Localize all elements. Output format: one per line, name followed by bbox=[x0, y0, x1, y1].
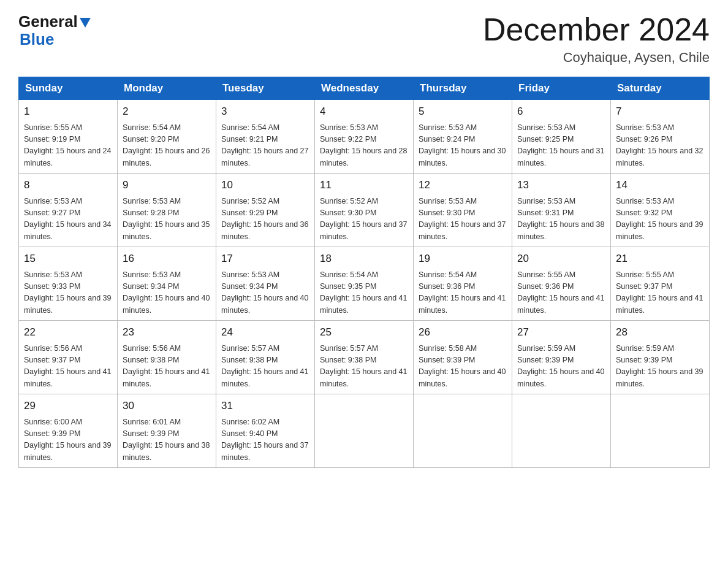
day-number: 11 bbox=[320, 177, 408, 193]
day-number: 25 bbox=[320, 324, 408, 340]
day-number: 30 bbox=[123, 398, 211, 414]
day-info: Sunrise: 5:53 AMSunset: 9:27 PMDaylight:… bbox=[24, 196, 112, 243]
calendar-table: SundayMondayTuesdayWednesdayThursdayFrid… bbox=[18, 77, 710, 468]
calendar-cell: 11Sunrise: 5:52 AMSunset: 9:30 PMDayligh… bbox=[315, 174, 414, 247]
day-info: Sunrise: 5:53 AMSunset: 9:33 PMDaylight:… bbox=[24, 269, 112, 317]
month-title: December 2024 bbox=[483, 12, 710, 47]
day-number: 12 bbox=[419, 177, 507, 193]
day-number: 24 bbox=[221, 324, 309, 340]
calendar-cell: 10Sunrise: 5:52 AMSunset: 9:29 PMDayligh… bbox=[216, 174, 315, 247]
day-number: 14 bbox=[616, 177, 704, 193]
title-block: December 2024 Coyhaique, Aysen, Chile bbox=[483, 12, 710, 66]
header-thursday: Thursday bbox=[414, 77, 512, 100]
day-number: 1 bbox=[24, 104, 112, 120]
week-row-1: 1Sunrise: 5:55 AMSunset: 9:19 PMDaylight… bbox=[19, 100, 710, 174]
calendar-cell: 23Sunrise: 5:56 AMSunset: 9:38 PMDayligh… bbox=[118, 321, 216, 394]
calendar-cell: 12Sunrise: 5:53 AMSunset: 9:30 PMDayligh… bbox=[414, 174, 512, 247]
day-info: Sunrise: 5:53 AMSunset: 9:24 PMDaylight:… bbox=[419, 122, 507, 170]
calendar-cell: 20Sunrise: 5:55 AMSunset: 9:36 PMDayligh… bbox=[512, 247, 611, 321]
day-info: Sunrise: 5:52 AMSunset: 9:30 PMDaylight:… bbox=[320, 196, 408, 243]
calendar-cell bbox=[611, 394, 710, 468]
day-number: 27 bbox=[517, 324, 605, 340]
calendar-cell bbox=[512, 394, 611, 468]
day-info: Sunrise: 5:54 AMSunset: 9:36 PMDaylight:… bbox=[419, 269, 507, 317]
calendar-cell: 19Sunrise: 5:54 AMSunset: 9:36 PMDayligh… bbox=[414, 247, 512, 321]
day-info: Sunrise: 5:53 AMSunset: 9:34 PMDaylight:… bbox=[123, 269, 211, 317]
day-number: 20 bbox=[517, 251, 605, 267]
week-row-3: 15Sunrise: 5:53 AMSunset: 9:33 PMDayligh… bbox=[19, 247, 710, 321]
logo-general-text: General bbox=[18, 12, 78, 31]
day-info: Sunrise: 5:55 AMSunset: 9:37 PMDaylight:… bbox=[616, 269, 704, 317]
logo-triangle-icon bbox=[80, 18, 91, 28]
day-info: Sunrise: 5:53 AMSunset: 9:25 PMDaylight:… bbox=[517, 122, 605, 170]
header-monday: Monday bbox=[118, 77, 216, 100]
day-info: Sunrise: 5:55 AMSunset: 9:19 PMDaylight:… bbox=[24, 122, 112, 170]
calendar-cell: 7Sunrise: 5:53 AMSunset: 9:26 PMDaylight… bbox=[611, 100, 710, 174]
day-number: 10 bbox=[221, 177, 309, 193]
week-row-2: 8Sunrise: 5:53 AMSunset: 9:27 PMDaylight… bbox=[19, 174, 710, 247]
calendar-cell: 6Sunrise: 5:53 AMSunset: 9:25 PMDaylight… bbox=[512, 100, 611, 174]
day-number: 16 bbox=[123, 251, 211, 267]
header-tuesday: Tuesday bbox=[216, 77, 315, 100]
day-number: 2 bbox=[123, 104, 211, 120]
day-number: 17 bbox=[221, 251, 309, 267]
day-info: Sunrise: 5:55 AMSunset: 9:36 PMDaylight:… bbox=[517, 269, 605, 317]
calendar-cell: 28Sunrise: 5:59 AMSunset: 9:39 PMDayligh… bbox=[611, 321, 710, 394]
day-info: Sunrise: 5:58 AMSunset: 9:39 PMDaylight:… bbox=[419, 343, 507, 391]
logo-blue-text: Blue bbox=[20, 30, 54, 49]
calendar-cell bbox=[315, 394, 414, 468]
calendar-header: SundayMondayTuesdayWednesdayThursdayFrid… bbox=[19, 77, 710, 100]
day-info: Sunrise: 5:59 AMSunset: 9:39 PMDaylight:… bbox=[616, 343, 704, 391]
day-info: Sunrise: 5:57 AMSunset: 9:38 PMDaylight:… bbox=[221, 343, 309, 391]
day-info: Sunrise: 5:53 AMSunset: 9:26 PMDaylight:… bbox=[616, 122, 704, 170]
calendar-body: 1Sunrise: 5:55 AMSunset: 9:19 PMDaylight… bbox=[19, 100, 710, 468]
calendar-cell: 13Sunrise: 5:53 AMSunset: 9:31 PMDayligh… bbox=[512, 174, 611, 247]
day-number: 18 bbox=[320, 251, 408, 267]
week-row-4: 22Sunrise: 5:56 AMSunset: 9:37 PMDayligh… bbox=[19, 321, 710, 394]
day-number: 8 bbox=[24, 177, 112, 193]
day-number: 21 bbox=[616, 251, 704, 267]
calendar-cell: 30Sunrise: 6:01 AMSunset: 9:39 PMDayligh… bbox=[118, 394, 216, 468]
calendar-cell: 3Sunrise: 5:54 AMSunset: 9:21 PMDaylight… bbox=[216, 100, 315, 174]
calendar-cell: 1Sunrise: 5:55 AMSunset: 9:19 PMDaylight… bbox=[19, 100, 118, 174]
logo: General Blue bbox=[18, 12, 91, 49]
day-number: 22 bbox=[24, 324, 112, 340]
day-number: 3 bbox=[221, 104, 309, 120]
day-info: Sunrise: 5:53 AMSunset: 9:34 PMDaylight:… bbox=[221, 269, 309, 317]
calendar-cell: 9Sunrise: 5:53 AMSunset: 9:28 PMDaylight… bbox=[118, 174, 216, 247]
day-number: 5 bbox=[419, 104, 507, 120]
day-info: Sunrise: 5:54 AMSunset: 9:35 PMDaylight:… bbox=[320, 269, 408, 317]
days-of-week-row: SundayMondayTuesdayWednesdayThursdayFrid… bbox=[19, 77, 710, 100]
day-number: 19 bbox=[419, 251, 507, 267]
calendar-cell: 22Sunrise: 5:56 AMSunset: 9:37 PMDayligh… bbox=[19, 321, 118, 394]
header-saturday: Saturday bbox=[611, 77, 710, 100]
calendar-cell bbox=[414, 394, 512, 468]
calendar-cell: 8Sunrise: 5:53 AMSunset: 9:27 PMDaylight… bbox=[19, 174, 118, 247]
day-info: Sunrise: 5:53 AMSunset: 9:32 PMDaylight:… bbox=[616, 196, 704, 243]
day-info: Sunrise: 5:54 AMSunset: 9:20 PMDaylight:… bbox=[123, 122, 211, 170]
day-number: 7 bbox=[616, 104, 704, 120]
day-number: 9 bbox=[123, 177, 211, 193]
day-info: Sunrise: 5:53 AMSunset: 9:28 PMDaylight:… bbox=[123, 196, 211, 243]
calendar-cell: 2Sunrise: 5:54 AMSunset: 9:20 PMDaylight… bbox=[118, 100, 216, 174]
calendar-cell: 17Sunrise: 5:53 AMSunset: 9:34 PMDayligh… bbox=[216, 247, 315, 321]
calendar-cell: 26Sunrise: 5:58 AMSunset: 9:39 PMDayligh… bbox=[414, 321, 512, 394]
day-number: 28 bbox=[616, 324, 704, 340]
calendar-cell: 29Sunrise: 6:00 AMSunset: 9:39 PMDayligh… bbox=[19, 394, 118, 468]
location-subtitle: Coyhaique, Aysen, Chile bbox=[483, 50, 710, 66]
calendar-cell: 15Sunrise: 5:53 AMSunset: 9:33 PMDayligh… bbox=[19, 247, 118, 321]
day-info: Sunrise: 6:00 AMSunset: 9:39 PMDaylight:… bbox=[24, 416, 112, 464]
calendar-cell: 16Sunrise: 5:53 AMSunset: 9:34 PMDayligh… bbox=[118, 247, 216, 321]
day-number: 23 bbox=[123, 324, 211, 340]
calendar-cell: 31Sunrise: 6:02 AMSunset: 9:40 PMDayligh… bbox=[216, 394, 315, 468]
day-info: Sunrise: 6:01 AMSunset: 9:39 PMDaylight:… bbox=[123, 416, 211, 464]
header-sunday: Sunday bbox=[19, 77, 118, 100]
day-number: 6 bbox=[517, 104, 605, 120]
day-info: Sunrise: 5:56 AMSunset: 9:38 PMDaylight:… bbox=[123, 343, 211, 391]
day-info: Sunrise: 5:53 AMSunset: 9:22 PMDaylight:… bbox=[320, 122, 408, 170]
day-number: 29 bbox=[24, 398, 112, 414]
calendar-cell: 21Sunrise: 5:55 AMSunset: 9:37 PMDayligh… bbox=[611, 247, 710, 321]
day-info: Sunrise: 5:57 AMSunset: 9:38 PMDaylight:… bbox=[320, 343, 408, 391]
calendar-cell: 14Sunrise: 5:53 AMSunset: 9:32 PMDayligh… bbox=[611, 174, 710, 247]
day-number: 15 bbox=[24, 251, 112, 267]
